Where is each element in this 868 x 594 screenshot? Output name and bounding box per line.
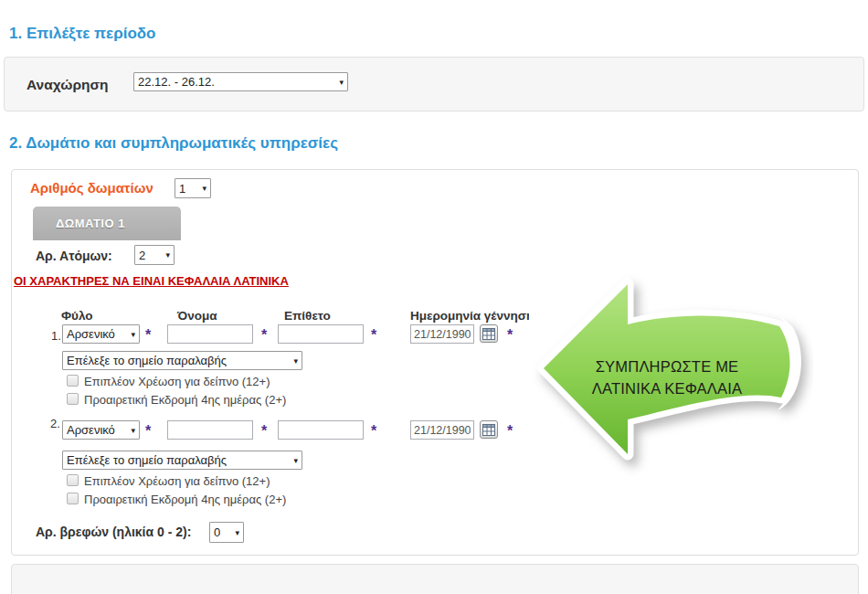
instruction-arrow-line2: ΛΑΤΙΝΙΚΑ ΚΕΦΑΛΑΙΑ bbox=[562, 377, 772, 399]
last-name-input[interactable] bbox=[278, 420, 364, 440]
required-asterisk: * bbox=[261, 328, 267, 343]
first-name-column-header: Όνομα bbox=[177, 309, 217, 323]
chevron-down-icon: ▾ bbox=[235, 528, 239, 537]
excursion-checkbox-label: Προαιρετική Εκδρομή 4ης ημέρας (2+) bbox=[84, 393, 286, 407]
chevron-down-icon: ▾ bbox=[202, 184, 206, 193]
rooms-count-select[interactable]: 1 ▾ bbox=[175, 178, 211, 198]
first-name-input[interactable] bbox=[167, 420, 253, 440]
next-section-panel bbox=[11, 564, 859, 594]
calendar-icon bbox=[482, 424, 495, 436]
required-asterisk: * bbox=[145, 328, 151, 343]
last-name-column-header: Επίθετο bbox=[284, 309, 331, 323]
chevron-down-icon: ▾ bbox=[131, 330, 135, 339]
required-asterisk: * bbox=[371, 424, 376, 439]
last-name-input[interactable] bbox=[278, 324, 364, 344]
departure-select-value: 22.12. - 26.12. bbox=[138, 75, 215, 89]
required-asterisk: * bbox=[507, 328, 513, 343]
pickup-point-value: Επέλεξε το σημείο παραλαβής bbox=[67, 354, 227, 367]
pickup-point-value: Επέλεξε το σημείο παραλαβής bbox=[67, 453, 227, 467]
infants-count-label: Αρ. βρεφών (ηλικία 0 - 2): bbox=[36, 525, 191, 539]
birth-date-input[interactable] bbox=[410, 324, 474, 344]
booking-form-page: 1. Επιλέξτε περίοδο Αναχώρηση 22.12. - 2… bbox=[0, 0, 868, 594]
persons-count-value: 2 bbox=[139, 249, 145, 262]
rooms-count-label: Αριθμός δωματίων bbox=[30, 180, 153, 196]
required-asterisk: * bbox=[371, 328, 376, 343]
dinner-checkbox[interactable] bbox=[67, 474, 79, 486]
chevron-down-icon: ▾ bbox=[339, 78, 344, 87]
gender-select[interactable]: Αρσενικό ▾ bbox=[62, 324, 140, 344]
room-services-heading: 2. Δωμάτιο και συμπληρωματικές υπηρεσίες bbox=[9, 134, 338, 153]
instruction-arrow-line1: ΣΥΜΠΛΗΡΩΣΤΕ ΜΕ bbox=[562, 355, 772, 377]
instruction-arrow: ΣΥΜΠΛΗΡΩΣΤΕ ΜΕ ΛΑΤΙΝΙΚΑ ΚΕΦΑΛΑΙΑ bbox=[525, 260, 813, 493]
departure-label: Αναχώρηση bbox=[26, 77, 109, 93]
chevron-down-icon: ▾ bbox=[165, 250, 170, 260]
chevron-down-icon: ▾ bbox=[293, 456, 298, 465]
gender-select-value: Αρσενικό bbox=[67, 423, 115, 437]
period-panel: Αναχώρηση 22.12. - 26.12. ▾ bbox=[4, 57, 864, 111]
pickup-point-select[interactable]: Επέλεξε το σημείο παραλαβής ▾ bbox=[62, 451, 302, 470]
chevron-down-icon: ▾ bbox=[131, 426, 135, 435]
required-asterisk: * bbox=[261, 424, 267, 439]
gender-select-value: Αρσενικό bbox=[67, 327, 115, 341]
passenger-row-number: 2. bbox=[50, 417, 60, 430]
period-heading: 1. Επιλέξτε περίοδο bbox=[9, 25, 155, 43]
instruction-arrow-text: ΣΥΜΠΛΗΡΩΣΤΕ ΜΕ ΛΑΤΙΝΙΚΑ ΚΕΦΑΛΑΙΑ bbox=[562, 355, 772, 399]
persons-count-select[interactable]: 2 ▾ bbox=[134, 245, 175, 265]
latin-capitals-warning: ΟΙ ΧΑΡΑΚΤΗΡΕΣ ΝΑ ΕΙΝΑΙ ΚΕΦΑΛΑΙΑ ΛΑΤΙΝΙΚΑ bbox=[14, 274, 289, 288]
rooms-count-value: 1 bbox=[179, 182, 185, 196]
birth-date-input[interactable] bbox=[410, 420, 474, 440]
calendar-icon bbox=[482, 328, 495, 340]
dinner-checkbox-label: Επιπλέον Χρέωση για δείπνο (12+) bbox=[84, 474, 270, 488]
chevron-down-icon: ▾ bbox=[293, 356, 298, 366]
excursion-checkbox[interactable] bbox=[67, 393, 79, 405]
passenger-row-number: 1. bbox=[51, 329, 61, 343]
first-name-input[interactable] bbox=[167, 324, 253, 344]
infants-count-select[interactable]: 0 ▾ bbox=[209, 522, 244, 543]
room-tab[interactable]: ΔΩΜΑΤΙΟ 1 bbox=[33, 207, 181, 240]
infants-count-value: 0 bbox=[214, 525, 220, 539]
required-asterisk: * bbox=[507, 424, 513, 439]
excursion-checkbox[interactable] bbox=[67, 493, 79, 504]
birth-date-column-header: Ημερομηνία γέννησης bbox=[410, 309, 529, 323]
calendar-button[interactable] bbox=[480, 324, 498, 343]
pickup-point-select[interactable]: Επέλεξε το σημείο παραλαβής ▾ bbox=[62, 351, 302, 370]
gender-column-header: Φύλο bbox=[61, 309, 93, 323]
persons-count-label: Αρ. Ατόμων: bbox=[36, 249, 112, 263]
calendar-button[interactable] bbox=[480, 420, 498, 439]
excursion-checkbox-label: Προαιρετική Εκδρομή 4ης ημέρας (2+) bbox=[84, 493, 286, 506]
required-asterisk: * bbox=[145, 424, 151, 439]
dinner-checkbox[interactable] bbox=[67, 375, 79, 387]
gender-select[interactable]: Αρσενικό ▾ bbox=[62, 420, 140, 440]
departure-select[interactable]: 22.12. - 26.12. ▾ bbox=[133, 72, 348, 91]
dinner-checkbox-label: Επιπλέον Χρέωση για δείπνο (12+) bbox=[84, 375, 270, 388]
